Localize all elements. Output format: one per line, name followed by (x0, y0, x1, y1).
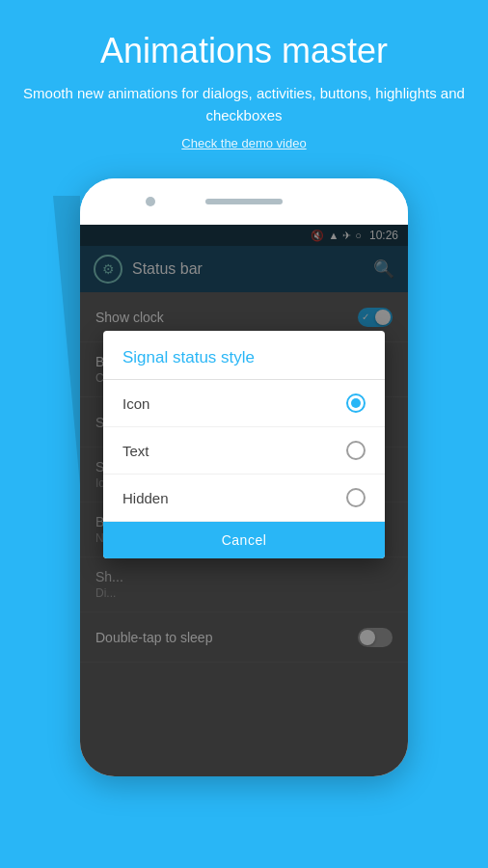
radio-hidden-unselected[interactable] (346, 488, 366, 507)
option-hidden-label: Hidden (122, 490, 169, 506)
option-text-label: Text (122, 443, 149, 459)
radio-icon-selected[interactable] (346, 393, 366, 413)
page-subtitle: Smooth new animations for dialogs, activ… (23, 83, 465, 126)
page-title: Animations master (23, 31, 465, 71)
dialog-option-text[interactable]: Text (103, 427, 385, 475)
phone-camera (146, 197, 155, 206)
phone-body: 🔇 ▲ ✈ ○ 10:26 ⚙ Status bar 🔍 Show cl (80, 178, 408, 776)
phone-top-bar (80, 178, 408, 225)
dialog-actions: Cancel (103, 522, 385, 558)
phone-shadow (53, 196, 80, 485)
dialog-title: Signal status style (103, 331, 385, 380)
demo-link[interactable]: Check the demo video (23, 136, 465, 150)
header-area: Animations master Smooth new animations … (0, 0, 488, 170)
phone-speaker (205, 199, 283, 204)
cancel-button[interactable]: Cancel (222, 532, 267, 548)
dialog-option-hidden[interactable]: Hidden (103, 475, 385, 522)
option-icon-label: Icon (122, 395, 149, 412)
phone-mockup: 🔇 ▲ ✈ ○ 10:26 ⚙ Status bar 🔍 Show cl (80, 178, 408, 776)
phone-screen: 🔇 ▲ ✈ ○ 10:26 ⚙ Status bar 🔍 Show cl (80, 225, 408, 776)
signal-status-dialog: Signal status style Icon Text Hidden (103, 331, 385, 558)
radio-text-unselected[interactable] (346, 441, 366, 460)
dialog-option-icon[interactable]: Icon (103, 380, 385, 427)
